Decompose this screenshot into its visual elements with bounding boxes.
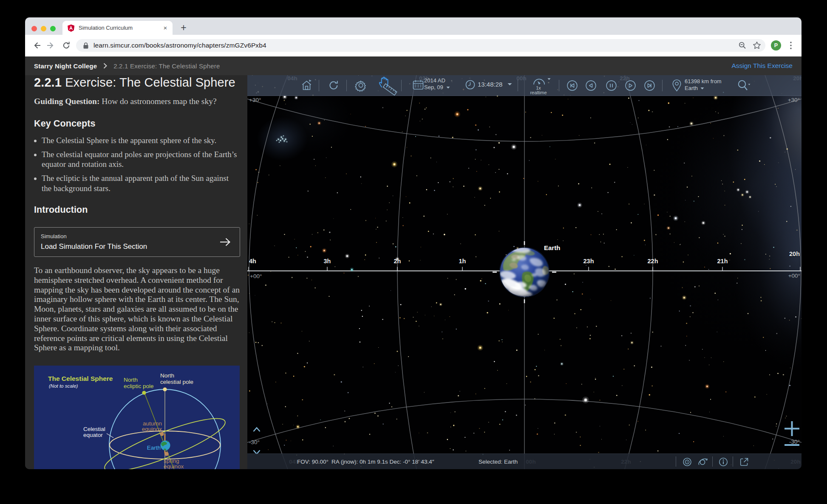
close-window-button[interactable] xyxy=(31,26,37,31)
center-target-button[interactable] xyxy=(682,456,693,467)
url-text: learn.simcur.com/books/astronomy/chapter… xyxy=(93,42,266,49)
bookmark-star-icon[interactable] xyxy=(753,41,761,50)
tab-strip: Simulation Curriculum × + xyxy=(25,17,802,35)
skip-to-end-button[interactable] xyxy=(644,80,655,91)
toolbar-divider xyxy=(401,80,402,91)
page-title-number: 2.2.1 xyxy=(34,76,62,89)
simulation-toolbar: 2014 AD Sep, 09 13:48:28 1x xyxy=(247,75,802,96)
page-content: 2.2.1 Exercise: The Celestial Sphere Gui… xyxy=(25,75,802,469)
sky-viewport[interactable]: 4h3h2h1h23h22h21h20h+30°+30°+00°+00°-30°… xyxy=(247,75,802,469)
declination-label: +00° xyxy=(250,273,262,279)
address-bar[interactable]: learn.simcur.com/books/astronomy/chapter… xyxy=(76,39,765,52)
scroll-up-down-controls[interactable] xyxy=(252,425,261,456)
page-title: 2.2.1 Exercise: The Celestial Sphere xyxy=(34,76,240,90)
figure-nep-label: Northecliptic pole xyxy=(124,377,154,389)
ra-hour-label: 3h xyxy=(324,258,331,265)
tab-title: Simulation Curriculum xyxy=(79,25,161,31)
map-pin-icon xyxy=(672,79,682,92)
clock-icon xyxy=(465,79,475,90)
declination-label: +30° xyxy=(788,97,800,103)
statusbar-divider xyxy=(733,456,733,467)
profile-avatar[interactable]: P xyxy=(771,40,781,51)
measure-ruler-tool-button[interactable] xyxy=(382,82,398,96)
refresh-icon xyxy=(328,80,339,91)
arrow-right-icon xyxy=(220,237,231,247)
time-control[interactable]: 13:48:28 xyxy=(478,82,512,87)
figure-autumn-equinox-label: autumnequinox xyxy=(142,420,162,432)
calendar-glyph xyxy=(413,80,424,90)
ra-hour-label: 4h xyxy=(249,258,256,265)
assign-exercise-link[interactable]: Assign This Exercise xyxy=(731,62,793,70)
browser-toolbar: learn.simcur.com/books/astronomy/chapter… xyxy=(25,35,802,56)
time-dropdown-caret-icon xyxy=(507,83,512,86)
chevron-right-icon xyxy=(103,63,107,69)
fullscreen-button[interactable] xyxy=(739,456,750,467)
load-simulation-card[interactable]: Simulation Load Simulation For This Sect… xyxy=(34,227,240,257)
angular-favicon-icon xyxy=(67,24,75,32)
toolbar-divider xyxy=(559,80,559,91)
celestial-sphere-diagram: The Celestial Sphere (Not to scale) xyxy=(34,366,240,469)
search-button[interactable] xyxy=(737,79,751,93)
date-dropdown-caret-icon xyxy=(446,86,450,89)
new-tab-button[interactable]: + xyxy=(176,20,191,35)
toolbar-divider xyxy=(346,80,347,91)
zoom-out-page-icon[interactable] xyxy=(738,41,747,50)
declination-label: +00° xyxy=(788,273,800,279)
info-button[interactable] xyxy=(718,456,729,467)
pause-button[interactable] xyxy=(606,80,617,91)
celestial-sphere-figure: The Celestial Sphere (Not to scale) xyxy=(34,366,240,469)
north-ecliptic-pole-dot xyxy=(142,391,146,395)
clock-glyph xyxy=(465,80,475,90)
magnifier-icon xyxy=(737,79,751,92)
back-button[interactable] xyxy=(31,40,42,51)
play-button[interactable] xyxy=(625,80,636,91)
settings-gear-button[interactable] xyxy=(353,78,368,93)
ra-hour-label: 2h xyxy=(394,258,401,265)
info-icon xyxy=(719,457,728,467)
ra-hour-label: 22h xyxy=(648,258,658,265)
ra-dec-readout: RA (jnow): 0h 1m 9.1s Dec: -0° 18′ 43.4″ xyxy=(331,459,434,465)
forward-arrow-icon xyxy=(47,41,55,50)
declination-label: +30° xyxy=(249,97,261,103)
skip-to-start-button[interactable] xyxy=(566,80,578,91)
toolbar-divider xyxy=(319,80,319,91)
introduction-heading: Introduction xyxy=(34,205,240,215)
tab-close-icon[interactable]: × xyxy=(161,24,169,32)
rate-dropdown-caret-icon xyxy=(547,78,551,80)
key-concept-item: The ecliptic is the annual apparent path… xyxy=(42,173,240,193)
breadcrumb-root-link[interactable]: Starry Night College xyxy=(34,62,97,70)
figure-earth-label: Earth xyxy=(147,445,161,451)
key-concepts-heading: Key Concepts xyxy=(34,118,240,129)
rate-mode-text: realtime xyxy=(528,90,549,95)
time-rate-gauge-icon[interactable] xyxy=(531,77,547,85)
viewer-location-control[interactable]: Earth xyxy=(685,85,704,91)
figure-ncp-label: Northcelestial pole xyxy=(160,372,193,385)
skip-to-end-icon xyxy=(644,80,655,91)
simulation-kicker: Simulation xyxy=(41,233,214,239)
reload-button[interactable] xyxy=(61,40,72,51)
zoom-controls[interactable] xyxy=(784,420,801,454)
date-control[interactable]: 2014 AD xyxy=(424,78,445,83)
location-dropdown-caret-icon xyxy=(700,87,704,90)
orbit-icon xyxy=(697,457,708,467)
gear-icon xyxy=(354,79,367,92)
gauge-icon xyxy=(533,78,546,85)
zoom-window-button[interactable] xyxy=(50,26,56,31)
orbit-view-button[interactable] xyxy=(697,456,708,467)
restore-view-button[interactable] xyxy=(326,78,341,93)
target-icon xyxy=(683,457,692,467)
browser-menu-button[interactable] xyxy=(787,40,794,51)
ra-hour-label: 1h xyxy=(459,258,466,265)
chevron-glyph xyxy=(103,63,107,69)
intro-paragraph: To an earthbound observer, the sky appea… xyxy=(34,266,240,353)
forward-button[interactable] xyxy=(45,40,57,51)
earth-globe[interactable] xyxy=(499,247,550,298)
step-back-button[interactable] xyxy=(585,80,596,91)
calendar-icon xyxy=(412,79,424,91)
minimize-window-button[interactable] xyxy=(41,26,46,31)
figure-subtitle: (Not to scale) xyxy=(49,383,78,389)
date-value[interactable]: Sep, 09 xyxy=(424,84,450,90)
browser-tab[interactable]: Simulation Curriculum × xyxy=(62,21,173,35)
ra-hour-label: 20h xyxy=(789,251,800,257)
home-view-button[interactable] xyxy=(299,78,314,93)
